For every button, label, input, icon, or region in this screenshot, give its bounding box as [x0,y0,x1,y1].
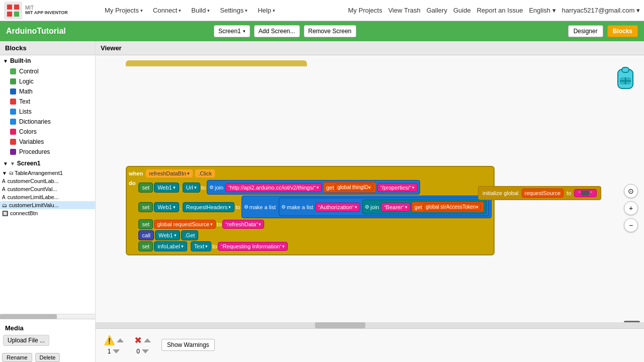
warning-triangle-icon: ⚠️ [104,335,115,346]
category-dictionaries[interactable]: Dictionaries [0,117,95,127]
set-request-source-row: set global requestSource ▾ to " refreshD… [138,219,491,229]
viewer: Viewer when [96,41,644,362]
error-up-arrow [143,338,151,343]
click-block[interactable]: .Click [195,169,215,178]
blocks-list: ▼ Built-in Control Logic Math Text Li [0,55,95,314]
logo-text: MIT MIT APP INVENTOR [25,5,68,16]
screen1-section-header[interactable]: ▼ ▼ Screen1 [0,158,95,169]
properties-block[interactable]: " /properties/ " ▾ [377,183,418,192]
backpack-icon[interactable] [613,65,638,96]
set-info-label-row: set infoLabel ▾ . Text ▾ [138,241,491,251]
api-url-block[interactable]: " http://api2.arduino.cc/iot/v2/things/ … [225,183,322,192]
nav-language[interactable]: English ▾ [529,7,555,14]
tree-customer-count-val[interactable]: A customerCountVal... [0,185,95,193]
category-procedures[interactable]: Procedures [0,147,95,157]
request-source-init-block[interactable]: requestSource [522,189,564,198]
init-global-block-group[interactable]: initialize global requestSource to " " [478,186,601,200]
upload-file-button[interactable]: Upload File ... [3,335,49,346]
warning-down-arrow [112,349,120,354]
nav-view-trash[interactable]: View Trash [388,7,421,14]
remove-screen-button[interactable]: Remove Screen [304,25,356,37]
delete-button[interactable]: Delete [35,353,60,362]
add-screen-button[interactable]: Add Screen... [254,25,300,37]
zoom-in-button[interactable]: + [624,201,638,215]
nav-user-email[interactable]: harryac5217@gmail.com ▾ [562,7,640,14]
when-label: when [129,170,143,176]
error-icon: ✖ [134,335,142,346]
category-control[interactable]: Control [0,66,95,76]
text-block[interactable]: Text ▾ [191,241,211,251]
category-text[interactable]: Text [0,97,95,107]
viewer-controls: ⊙ + − [624,184,638,232]
refresh-data-btn-block[interactable]: refreshDataBtn ▾ [145,169,193,178]
get-access-token-block[interactable]: get global strAccessToken ▾ [412,202,484,212]
make-a-list-outer[interactable]: ⚙ make a list ⚙ make a list " [242,196,492,218]
category-lists[interactable]: Lists [0,107,95,117]
tree-customer-count-label[interactable]: A customerCountLab... [0,177,95,185]
join-block-2[interactable]: ⚙ join " Bearer " ▾ [362,200,486,214]
category-colors[interactable]: Colors [0,127,95,137]
nav-guide[interactable]: Guide [453,7,471,14]
warning-count: 1 [108,348,111,355]
join-block-1[interactable]: ⚙ join " http://api2.arduino.cc/iot/v2/t… [207,180,420,195]
request-headers-block[interactable]: RequestHeaders ▾ [183,202,235,212]
nav-connect[interactable]: Connect ▾ [148,0,186,21]
authorization-block[interactable]: " Authorization " ▾ [315,203,361,212]
to-1: to [201,185,206,191]
call-label: call [138,230,154,240]
web1-2[interactable]: Web1 ▾ [154,202,179,212]
web1-3[interactable]: Web1 ▾ [155,230,180,240]
make-a-list-inner[interactable]: ⚙ make a list " Authorization " ▾ [279,198,489,216]
category-variables[interactable]: Variables [0,137,95,147]
init-global-block[interactable]: initialize global requestSource to " " [478,186,601,200]
web1-1[interactable]: Web1 ▾ [154,183,179,193]
tree-customer-limit-label[interactable]: A customerLimitLabe... [0,193,95,201]
init-value-block[interactable]: " " [574,189,596,197]
warning-up-arrow [116,338,124,343]
nav-help[interactable]: Help ▾ [253,0,280,21]
scrollbar-thumb[interactable] [315,322,365,328]
nav-report-issue[interactable]: Report an Issue [477,7,523,14]
rename-button[interactable]: Rename [2,353,32,362]
svg-marker-17 [113,349,120,353]
error-count: 0 [136,348,140,355]
tree-customer-limit-val[interactable]: 🗂 customerLimitValu... [0,201,95,209]
get-thingid-block[interactable]: get global thingID ▾ [323,182,376,193]
svg-marker-19 [142,349,149,353]
bearer-block[interactable]: " Bearer " ▾ [381,203,410,212]
blocks-header: Blocks [0,41,95,55]
zoom-out-button[interactable]: − [624,218,638,232]
web1-get-block[interactable]: .Get [181,230,199,240]
nav-my-projects[interactable]: My Projects ▾ [100,0,148,21]
tree-connect-btn[interactable]: 🔲 connectBtn [0,209,95,217]
nav-my-projects-right[interactable]: My Projects [348,7,382,14]
nav-build[interactable]: Build ▾ [186,0,215,21]
viewer-canvas[interactable]: when refreshDataBtn ▾ .Click do [96,55,644,361]
refresh-data-value-block[interactable]: " refreshData " ▾ [222,220,264,229]
set-request-headers-row: set Web1 ▾ . RequestHeaders ▾ [138,196,491,218]
info-label-block[interactable]: infoLabel ▾ [154,241,187,251]
tree-table-arrangement[interactable]: ▼ 🗂 TableArrangement1 [0,169,95,177]
category-logic[interactable]: Logic [0,76,95,86]
designer-button[interactable]: Designer [568,25,603,37]
svg-marker-18 [144,338,151,342]
when-block-group[interactable]: when refreshDataBtn ▾ .Click do [126,166,495,255]
global-request-source-block[interactable]: global requestSource ▾ [154,220,216,229]
nav-gallery[interactable]: Gallery [427,7,447,14]
sidebar: Blocks ▼ Built-in Control Logic Math Tex… [0,41,96,362]
category-math[interactable]: Math [0,86,95,97]
call-web1-get-row: call Web1 ▾ .Get [138,230,491,240]
built-in-section-header[interactable]: ▼ Built-in [0,55,95,66]
zoom-fit-button[interactable]: ⊙ [624,184,638,198]
sidebar-h-scrollbar[interactable] [0,314,95,319]
svg-marker-16 [117,338,124,342]
requesting-information-block[interactable]: " Requesting Information " ▾ [218,242,288,251]
screen-selector[interactable]: Screen1 ▾ [214,25,250,37]
show-warnings-button[interactable]: Show Warnings [162,339,215,351]
partial-block-top [126,60,307,66]
nav-settings[interactable]: Settings ▾ [215,0,253,21]
blocks-button[interactable]: Blocks [607,25,638,37]
url-block[interactable]: Url ▾ [183,183,200,193]
horizontal-scrollbar[interactable] [96,322,644,328]
warning-bar: ⚠️ 1 ✖ 0 [96,328,644,361]
